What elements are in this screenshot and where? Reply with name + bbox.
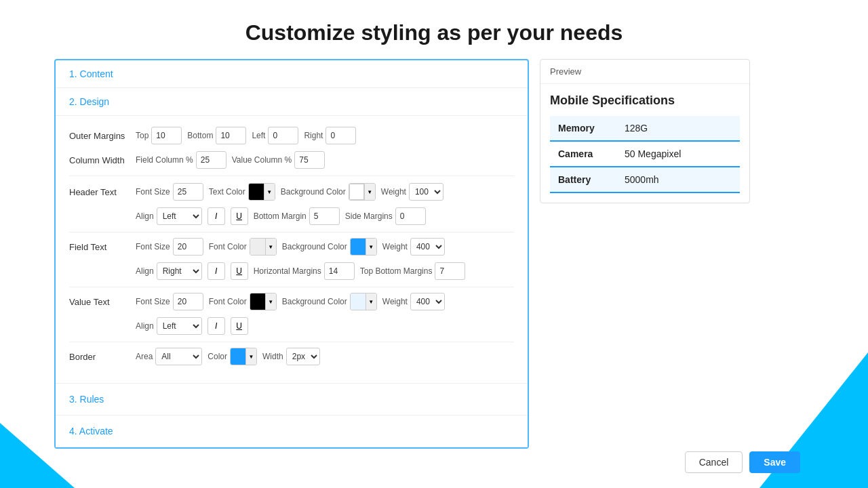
header-text-label: Header Text [69,187,130,197]
header-textcolor-picker[interactable]: ▼ [248,183,275,201]
field-bgcolor-label: Background Color [282,242,347,251]
field-bgcolor-group: Background Color ▼ [282,238,377,256]
value-underline-button[interactable]: U [231,317,248,335]
header-bgcolor-swatch [349,184,364,200]
field-fontsize-input[interactable] [173,238,203,256]
field-col-input[interactable] [196,151,226,169]
header-textcolor-arrow[interactable]: ▼ [264,184,275,200]
value-fontsize-label: Font Size [136,297,170,306]
border-area-select[interactable]: AllTopBottomLeftRight [155,348,202,365]
header-italic-button[interactable]: I [208,207,225,225]
value-col-label: Value Column % [232,155,292,165]
table-row: Memory128G [550,116,740,141]
value-fontcolor-picker[interactable]: ▼ [250,293,277,310]
field-fontsize-group: Font Size [136,238,203,256]
border-row: Border Area AllTopBottomLeftRight Color … [69,348,514,365]
top-input[interactable] [151,127,182,144]
header-text-row1: Header Text Font Size Text Color ▼ Backg… [69,183,514,201]
header-bottommargin-input[interactable] [309,207,340,225]
value-fontcolor-arrow[interactable]: ▼ [265,293,276,310]
border-color-picker[interactable]: ▼ [230,348,257,365]
table-field-cell: Battery [550,167,616,192]
header-fontsize-label: Font Size [136,187,170,197]
right-input[interactable] [326,127,356,144]
header-textcolor-swatch [249,184,264,200]
value-bgcolor-label: Background Color [282,297,347,306]
field-text-label: Field Text [69,242,130,252]
border-color-swatch [231,348,245,365]
header-align-select[interactable]: LeftCenterRight [157,207,202,225]
header-sidemargins-group: Side Margins [345,207,426,225]
activate-label[interactable]: 4. Activate [69,426,113,436]
field-col-label: Field Column % [136,155,193,165]
outer-margins-row: Outer Margins Top Bottom Left Right [69,127,514,144]
section-activate[interactable]: 4. Activate [56,415,528,447]
field-text-row1: Field Text Font Size Font Color ▼ Backgr… [69,238,514,256]
header-bgcolor-arrow[interactable]: ▼ [364,184,375,200]
save-button[interactable]: Save [749,451,800,473]
rules-label[interactable]: 3. Rules [69,394,104,405]
field-hmargins-label: Horizontal Margins [254,266,321,276]
value-col-input[interactable] [294,151,325,169]
margins-bottom-group: Bottom [187,127,246,144]
value-align-select[interactable]: LeftCenterRight [157,317,202,335]
header-bottommargin-label: Bottom Margin [254,211,307,221]
value-bgcolor-arrow[interactable]: ▼ [366,293,376,310]
bottom-input[interactable] [216,127,246,144]
header-fontsize-input[interactable] [173,183,203,201]
value-bgcolor-swatch [351,293,366,310]
cancel-button[interactable]: Cancel [685,451,743,473]
header-bottommargin-group: Bottom Margin [254,207,340,225]
header-weight-select[interactable]: 100200400700 [409,183,443,201]
table-row: Camera50 Megapixel [550,141,740,167]
field-fontcolor-arrow[interactable]: ▼ [265,239,276,255]
preview-panel: Preview Mobile Specifications Memory128G… [540,59,750,203]
value-italic-button[interactable]: I [208,317,225,335]
value-bgcolor-picker[interactable]: ▼ [350,293,377,310]
left-input[interactable] [268,127,298,144]
field-text-row2: Align RightLeftCenter I U Horizontal Mar… [69,262,514,280]
field-tbmargins-label: Top Bottom Margins [360,266,433,276]
border-area-label: Area [136,352,153,361]
value-weight-select[interactable]: 400100700 [410,293,445,310]
table-value-cell: 50 Megapixel [616,141,740,167]
field-bgcolor-picker[interactable]: ▼ [350,238,377,256]
border-color-label: Color [208,352,227,361]
field-underline-button[interactable]: U [231,262,248,280]
header-textcolor-label: Text Color [209,187,245,197]
section-design-header[interactable]: 2. Design [56,88,528,116]
field-hmargins-input[interactable] [324,262,355,280]
value-fontsize-input[interactable] [173,293,203,310]
header-bgcolor-picker[interactable]: ▼ [349,183,376,201]
field-italic-button[interactable]: I [208,262,225,280]
field-fontcolor-picker[interactable]: ▼ [250,238,277,256]
settings-panel: 1. Content 2. Design Outer Margins Top B… [54,59,529,449]
margins-right-group: Right [304,127,356,144]
value-fontcolor-swatch [250,293,265,310]
field-tbmargins-input[interactable] [435,262,465,280]
field-weight-label: Weight [382,242,408,251]
design-section: Outer Margins Top Bottom Left Right [56,116,528,384]
header-sidemargins-input[interactable] [395,207,426,225]
section-content[interactable]: 1. Content [56,60,528,88]
field-weight-select[interactable]: 400100700 [410,238,445,256]
field-fontcolor-group: Font Color ▼ [209,238,277,256]
section-rules[interactable]: 3. Rules [56,384,528,415]
header-sidemargins-label: Side Margins [345,211,393,221]
header-underline-button[interactable]: U [231,207,248,225]
preview-table: Memory128GCamera50 MegapixelBattery5000m… [550,116,740,193]
field-align-select[interactable]: RightLeftCenter [157,262,202,280]
value-bgcolor-group: Background Color ▼ [282,293,377,310]
table-field-cell: Memory [550,116,616,141]
header-align-group: Align LeftCenterRight [136,207,202,225]
border-color-arrow[interactable]: ▼ [245,348,256,365]
outer-margins-label: Outer Margins [69,131,130,141]
border-width-select[interactable]: 2px1px3px4px [286,348,320,365]
field-bgcolor-swatch [351,239,366,255]
field-bgcolor-arrow[interactable]: ▼ [366,239,376,255]
column-width-label: Column Width [69,155,130,165]
header-weight-group: Weight 100200400700 [381,183,443,201]
value-text-label: Value Text [69,297,130,307]
field-tbmargins-group: Top Bottom Margins [360,262,466,280]
preview-content: Mobile Specifications Memory128GCamera50… [540,84,749,203]
